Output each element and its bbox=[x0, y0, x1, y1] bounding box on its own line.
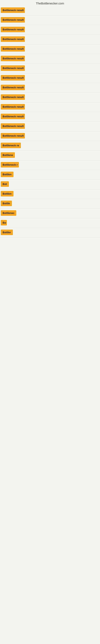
result-row: Bottlen bbox=[0, 190, 100, 199]
bottleneck-badge[interactable]: Bottlen bbox=[1, 191, 13, 196]
bottleneck-badge[interactable]: Bottler bbox=[1, 230, 13, 235]
bottleneck-badge[interactable]: Bottlene bbox=[1, 152, 15, 158]
bottleneck-badge[interactable]: Bottleneck result bbox=[1, 56, 25, 61]
result-row: Bottle bbox=[0, 199, 100, 209]
bottleneck-badge[interactable]: Bottleneck result bbox=[1, 17, 25, 22]
result-row: Bottleneck r bbox=[0, 160, 100, 170]
bottleneck-badge[interactable]: Bottleneck result bbox=[1, 27, 25, 32]
result-row: Bottleneck re bbox=[0, 141, 100, 151]
bottleneck-badge[interactable]: Bottlenec bbox=[1, 210, 16, 216]
result-row: Bottleneck result bbox=[0, 132, 100, 141]
site-title: TheBottlenecker.com bbox=[0, 0, 100, 6]
bottleneck-badge[interactable]: Bottleneck result bbox=[1, 123, 25, 129]
bottleneck-badge[interactable]: Bottleneck re bbox=[1, 143, 21, 148]
page-wrapper: TheBottlenecker.com Bottleneck resultBot… bbox=[0, 0, 100, 238]
bottleneck-badge[interactable]: Bottleneck result bbox=[1, 94, 25, 100]
result-row: Bottlen bbox=[0, 170, 100, 180]
result-row: Bottleneck result bbox=[0, 74, 100, 83]
result-row: Bottleneck result bbox=[0, 54, 100, 64]
result-row: Bottleneck result bbox=[0, 112, 100, 122]
result-row: Bottleneck result bbox=[0, 93, 100, 102]
result-row: Bo bbox=[0, 218, 100, 228]
bottleneck-badge[interactable]: Bottleneck result bbox=[1, 36, 25, 42]
result-row: Bottler bbox=[0, 228, 100, 238]
bottleneck-badge[interactable]: Bottleneck result bbox=[1, 75, 25, 80]
bottleneck-badge[interactable]: Bottleneck result bbox=[1, 85, 25, 90]
bottleneck-badge[interactable]: Bottleneck result bbox=[1, 66, 25, 71]
bottleneck-badge[interactable]: Bottleneck result bbox=[1, 46, 25, 52]
result-row: Bottleneck result bbox=[0, 83, 100, 93]
bottleneck-badge[interactable]: Bottleneck r bbox=[1, 162, 19, 168]
result-row: Bottleneck result bbox=[0, 102, 100, 112]
bottleneck-badge[interactable]: Bottleneck result bbox=[1, 8, 25, 13]
result-row: Bottleneck result bbox=[0, 6, 100, 16]
result-row: Bottleneck result bbox=[0, 16, 100, 25]
bottleneck-badge[interactable]: Bot bbox=[1, 181, 9, 187]
results-list: Bottleneck resultBottleneck resultBottle… bbox=[0, 6, 100, 238]
result-row: Bottleneck result bbox=[0, 44, 100, 54]
bottleneck-badge[interactable]: Bottleneck result bbox=[1, 114, 25, 119]
bottleneck-badge[interactable]: Bo bbox=[1, 220, 7, 226]
bottleneck-badge[interactable]: Bottleneck result bbox=[1, 133, 25, 138]
bottleneck-badge[interactable]: Bottleneck result bbox=[1, 104, 25, 110]
bottleneck-badge[interactable]: Bottlen bbox=[1, 172, 13, 177]
result-row: Bottleneck result bbox=[0, 35, 100, 44]
result-row: Bottleneck result bbox=[0, 64, 100, 74]
result-row: Bottleneck result bbox=[0, 25, 100, 35]
result-row: Bottleneck result bbox=[0, 122, 100, 132]
result-row: Bottlenec bbox=[0, 209, 100, 218]
result-row: Bot bbox=[0, 180, 100, 190]
bottleneck-badge[interactable]: Bottle bbox=[1, 201, 12, 206]
result-row: Bottlene bbox=[0, 151, 100, 160]
